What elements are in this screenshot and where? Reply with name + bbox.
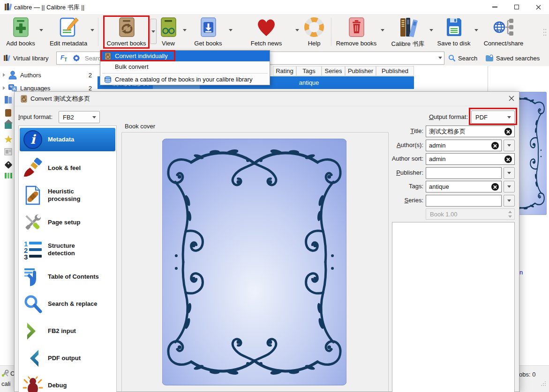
tags-field[interactable]: [426, 181, 502, 192]
add-books-dropdown-arrow[interactable]: [39, 29, 43, 31]
convert-books-menu: Convert individually Bulk convert Create…: [100, 50, 270, 85]
title-label: Title:: [362, 127, 423, 134]
spin-down-icon: [508, 215, 512, 218]
tags-label: Tags:: [362, 183, 423, 190]
clear-icon[interactable]: [491, 142, 499, 149]
fetch-news-button[interactable]: Fetch news: [244, 16, 289, 50]
column-header-rating[interactable]: Rating: [273, 66, 296, 76]
search-options-gear-icon[interactable]: [73, 54, 80, 62]
saved-searches-button[interactable]: Saved searches: [485, 52, 540, 65]
spinner-buttons[interactable]: [507, 210, 513, 219]
section-structure-detection[interactable]: 1 2 3 Structure detection: [20, 237, 115, 263]
column-header-publisher[interactable]: Publisher: [345, 66, 376, 76]
edit-metadata-button[interactable]: Edit metadata: [47, 16, 90, 50]
author-sort-field[interactable]: [426, 153, 515, 165]
book-cover-group-label: Book cover: [123, 123, 157, 130]
input-format-select[interactable]: FB2: [59, 111, 100, 123]
get-books-button[interactable]: Get books: [188, 16, 228, 50]
clear-icon[interactable]: [491, 183, 499, 191]
series-index-spinner: Book 1.00: [426, 208, 515, 220]
sidebar-item-authors[interactable]: Authors 2: [1, 69, 97, 81]
virtual-library-label: Virtual library: [13, 55, 49, 62]
book-cover-image: [162, 139, 346, 385]
toolbar-overflow-handle[interactable]: [543, 28, 547, 37]
section-heuristic-processing[interactable]: Heuristic processing: [20, 182, 115, 208]
section-pdf-output[interactable]: PDF output: [20, 345, 115, 371]
chevron-down-icon: [507, 116, 511, 118]
expander-icon[interactable]: [3, 73, 5, 77]
series-field[interactable]: [426, 195, 502, 207]
view-button[interactable]: View: [156, 16, 181, 50]
save-to-disk-button[interactable]: Save to disk: [433, 16, 474, 50]
clear-icon[interactable]: [504, 128, 512, 135]
calibre-library-dropdown-arrow[interactable]: [429, 29, 433, 31]
section-fb2-input[interactable]: FB2 input: [20, 318, 115, 344]
add-books-button[interactable]: Add books: [1, 16, 40, 50]
connect-share-icon: [492, 16, 515, 38]
section-page-setup[interactable]: Page setup: [20, 209, 115, 236]
clear-icon[interactable]: [504, 155, 512, 163]
authors-field[interactable]: [426, 140, 502, 151]
menu-item-create-catalog[interactable]: Create a catalog of the books in your ca…: [100, 74, 270, 85]
chevron-down-icon: [507, 144, 511, 147]
search-button[interactable]: Search: [448, 52, 477, 65]
publisher-dropdown-button[interactable]: [504, 167, 515, 179]
save-to-disk-dropdown-arrow[interactable]: [474, 29, 478, 31]
convert-books-button[interactable]: Convert books: [104, 16, 149, 50]
minimize-button[interactable]: [485, 0, 504, 14]
author-sort-input[interactable]: [426, 154, 514, 164]
title-field[interactable]: [426, 126, 515, 137]
highlight-toggle-icon[interactable]: FT: [60, 54, 67, 62]
column-header-published[interactable]: Published: [376, 66, 414, 76]
tags-dropdown-button[interactable]: [504, 181, 515, 192]
expander-icon[interactable]: [3, 86, 5, 90]
calibre-main-window: calibre — || Calibre 书库 || Add books Edi…: [0, 0, 549, 392]
metadata-info-icon: i: [23, 129, 43, 150]
view-dropdown-arrow[interactable]: [183, 29, 187, 31]
search-history-dropdown-arrow[interactable]: [438, 57, 442, 59]
paintbrush-icon: [23, 158, 43, 178]
publisher-input[interactable]: [426, 168, 501, 178]
section-metadata[interactable]: i Metadata: [20, 128, 115, 151]
virtual-library-button[interactable]: Virtual library: [3, 52, 49, 64]
output-format-select[interactable]: PDF: [471, 111, 515, 124]
languages-count: 2: [89, 85, 92, 92]
help-button[interactable]: Help: [299, 16, 329, 50]
get-books-dropdown-arrow[interactable]: [229, 29, 233, 31]
edit-metadata-dropdown-arrow[interactable]: [90, 29, 94, 31]
fetch-news-dropdown-arrow[interactable]: [295, 29, 299, 31]
convert-dialog-icon: [20, 95, 28, 103]
publisher-field[interactable]: [426, 167, 502, 179]
preferences-wrench-icon[interactable]: [1, 370, 9, 377]
convert-books-label: Convert books: [107, 40, 146, 47]
resize-grip[interactable]: [540, 380, 547, 387]
dialog-close-button[interactable]: [506, 93, 517, 104]
remove-books-button[interactable]: Remove books: [336, 16, 377, 50]
series-dropdown-button[interactable]: [504, 195, 515, 207]
jobs-status-fragment[interactable]: obs: 0: [519, 371, 535, 378]
details-link-fragment[interactable]: n: [519, 269, 523, 276]
series-input[interactable]: [426, 195, 501, 206]
column-header-series[interactable]: Series: [322, 66, 345, 76]
calibre-library-button[interactable]: Calibre 书库: [387, 16, 429, 50]
menu-item-convert-individually[interactable]: Convert individually: [100, 51, 270, 61]
maximize-button[interactable]: [507, 0, 526, 14]
connect-share-button[interactable]: Connect/share: [482, 16, 525, 50]
authors-label: Authors: [20, 72, 41, 79]
comments-box[interactable]: [392, 222, 515, 392]
remove-books-dropdown-arrow[interactable]: [381, 29, 384, 31]
menu-item-bulk-convert[interactable]: Bulk convert: [100, 61, 270, 72]
section-search-replace[interactable]: Search & replace: [20, 291, 115, 317]
column-header-tags[interactable]: Tags: [296, 66, 322, 76]
section-look-feel[interactable]: Look & feel: [20, 155, 115, 181]
authors-dropdown-button[interactable]: [504, 140, 515, 151]
close-button[interactable]: [529, 0, 548, 14]
section-table-of-contents[interactable]: Table of Contents: [20, 264, 115, 290]
title-input[interactable]: [426, 126, 514, 137]
chevron-down-icon: [92, 116, 96, 118]
section-debug[interactable]: Debug: [20, 372, 115, 392]
tags-input[interactable]: [426, 181, 501, 192]
authors-input[interactable]: [426, 140, 501, 151]
floppy-disk-icon: [443, 16, 465, 38]
status-left-fragment: cali: [1, 380, 11, 387]
